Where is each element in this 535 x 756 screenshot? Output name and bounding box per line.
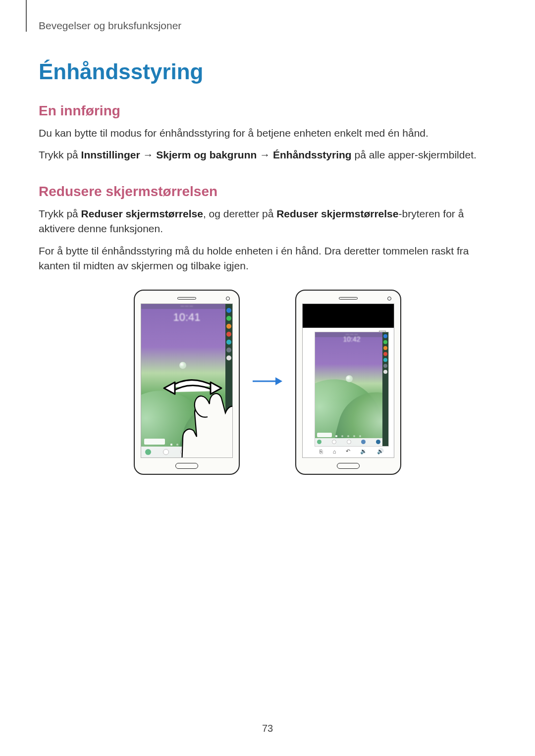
home-button-icon bbox=[175, 463, 198, 469]
volume-down-icon: 🔉 bbox=[360, 448, 367, 454]
figure-row: 10:41 — — — bbox=[39, 290, 496, 475]
intro-paragraph-1: Du kan bytte til modus for énhåndsstyrin… bbox=[39, 126, 496, 141]
system-nav-bar: ⎘ ⌂ ↶ 🔉 🔊 bbox=[315, 448, 389, 455]
edge-panel bbox=[225, 304, 232, 457]
volume-up-icon: 🔊 bbox=[377, 448, 384, 454]
arrow-right-icon bbox=[252, 375, 283, 389]
arrow-sep: → bbox=[257, 149, 273, 160]
reduce-paragraph-2: For å bytte til énhåndsstyring må du hol… bbox=[39, 244, 496, 274]
recent-apps-icon: ⎘ bbox=[320, 449, 323, 454]
speaker-slot-icon bbox=[177, 297, 196, 300]
home-icon: ⌂ bbox=[333, 449, 336, 454]
speaker-slot-icon bbox=[339, 297, 358, 300]
text-fragment: , og deretter på bbox=[203, 208, 276, 219]
bold-settings: Innstillinger bbox=[81, 149, 140, 160]
text-fragment: på alle apper-skjermbildet. bbox=[352, 149, 477, 160]
camera-dot-icon bbox=[387, 297, 391, 301]
phone-screen-full: 10:41 — — — bbox=[141, 303, 233, 458]
bold-reduce-2: Reduser skjermstørrelse bbox=[276, 208, 398, 219]
intro-paragraph-2: Trykk på Innstillinger → Skjerm og bakgr… bbox=[39, 148, 496, 162]
phone-illustration-before: 10:41 — — — bbox=[134, 290, 240, 475]
phone-screen-reduced: ⊠ 10:42 — — — bbox=[302, 303, 394, 458]
lockscreen-clock-mini: 10:42 bbox=[315, 335, 388, 343]
section-heading-intro: En innføring bbox=[39, 103, 496, 119]
arrow-sep: → bbox=[140, 149, 157, 160]
bold-reduce-1: Reduser skjermstørrelse bbox=[81, 208, 203, 219]
text-fragment: Trykk på bbox=[39, 208, 81, 219]
section-heading-reduce: Redusere skjermstørrelsen bbox=[39, 184, 496, 200]
reduce-paragraph-1: Trykk på Reduser skjermstørrelse, og der… bbox=[39, 206, 496, 237]
home-button-icon bbox=[337, 463, 360, 469]
bold-display: Skjerm og bakgrunn bbox=[156, 149, 257, 160]
lockscreen-clock: 10:41 bbox=[141, 311, 232, 324]
page-number: 73 bbox=[0, 723, 535, 734]
breadcrumb: Bevegelser og bruksfunksjoner bbox=[39, 20, 496, 32]
margin-rule bbox=[26, 0, 27, 32]
page-title: Énhåndsstyring bbox=[39, 59, 496, 84]
back-icon: ↶ bbox=[346, 448, 350, 454]
svg-marker-3 bbox=[275, 377, 282, 385]
camera-dot-icon bbox=[226, 297, 230, 301]
bold-onehand: Énhåndsstyring bbox=[273, 149, 352, 160]
phone-illustration-after: ⊠ 10:42 — — — bbox=[295, 290, 401, 475]
text-fragment: Trykk på bbox=[39, 149, 81, 160]
